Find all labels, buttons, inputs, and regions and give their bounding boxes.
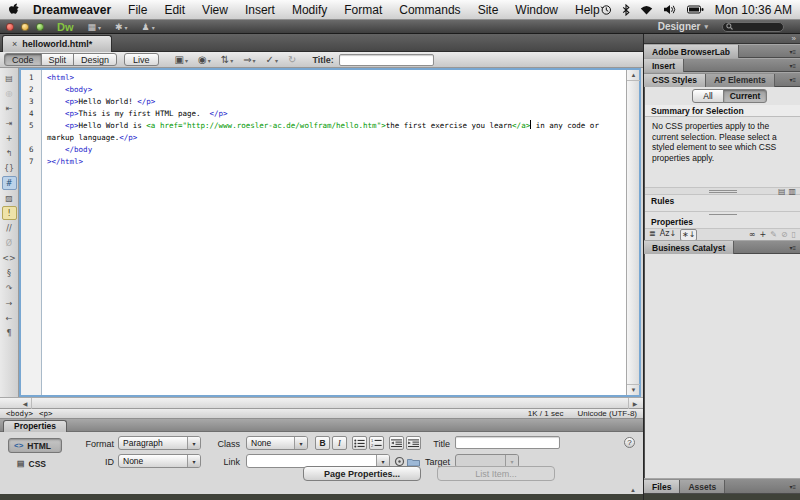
time-machine-icon[interactable] [600,4,612,16]
extensions-gear-icon[interactable]: ✱ [115,22,128,32]
disable-property-icon[interactable]: ⊘ [781,230,788,240]
scroll-left-arrow[interactable]: ◀ [19,398,32,409]
panel-menu-icon[interactable]: ▾≡ [789,48,796,55]
code-view-button[interactable]: Code [4,53,42,66]
tab-css-styles[interactable]: CSS Styles [644,74,706,87]
select-parent-tag-icon[interactable]: ↰ [2,146,17,160]
live-view-button[interactable]: Live [124,53,159,66]
tag-selector[interactable]: <p> [39,409,53,418]
blockquote-outdent-button[interactable] [389,436,404,450]
rules-section-divider[interactable]: ▤▥ [645,187,800,195]
show-set-properties-icon[interactable]: ∗↓ [680,229,697,241]
tab-close-icon[interactable]: × [12,39,17,49]
attach-style-sheet-icon[interactable]: ∞ [749,230,756,240]
document-title-input[interactable] [339,54,434,66]
line-numbers-icon[interactable]: # [2,176,17,190]
code-text[interactable]: <p>Hello World! </p> [42,96,626,108]
battery-icon[interactable] [687,5,704,14]
wifi-icon[interactable] [640,5,653,15]
check-browser-compatibility-icon[interactable]: ⇅ [221,54,233,65]
panel-menu-icon[interactable]: ▾≡ [789,244,796,251]
business-catalyst-panel-header[interactable]: Business Catalyst ▾≡ [644,240,800,254]
menu-file[interactable]: File [128,3,147,17]
window-close-button[interactable] [6,23,14,31]
document-tab[interactable]: × helloworld.html* [2,35,112,52]
drag-handle[interactable] [709,190,737,193]
class-dropdown-arrow[interactable] [294,437,307,449]
properties-panel-tab[interactable]: Properties [3,420,67,432]
scroll-right-arrow[interactable]: ▶ [628,398,641,409]
apply-comment-icon[interactable]: // [2,221,17,235]
page-properties-button[interactable]: Page Properties... [303,466,421,481]
new-css-rule-icon[interactable]: + [759,230,766,240]
menu-edit[interactable]: Edit [164,3,185,17]
menu-window[interactable]: Window [515,3,558,17]
validate-markup-icon[interactable]: ✓ [266,54,278,65]
class-select[interactable]: None [246,436,308,450]
code-editor[interactable]: 1<html>2 <body>3 <p>Hello World! </p>4 <… [19,68,641,397]
workspace-switcher[interactable]: Designer [658,21,708,32]
syntax-error-alerts-icon[interactable]: ! [2,206,17,220]
html-mode-button[interactable]: <> HTML [8,438,62,453]
move-css-icon[interactable]: ↷ [2,281,17,295]
file-management-icon[interactable]: ▣ [175,54,188,65]
highlight-invalid-code-icon[interactable]: ▨ [2,191,17,205]
code-navigator-icon[interactable]: ◎ [2,86,17,100]
scroll-down-arrow[interactable]: ▼ [627,384,640,395]
id-dropdown-arrow[interactable] [187,455,200,467]
menu-insert[interactable]: Insert [245,3,275,17]
format-select[interactable]: Paragraph [118,436,201,450]
css-all-mode-button[interactable]: All [692,89,724,103]
menu-commands[interactable]: Commands [399,3,460,17]
outdent-code-icon[interactable]: ← [2,311,17,325]
split-view-button[interactable]: Split [41,53,75,66]
id-select[interactable]: None [118,454,201,468]
code-lines[interactable]: 1<html>2 <body>3 <p>Hello World! </p>4 <… [21,72,626,168]
volume-icon[interactable] [663,4,677,15]
ordered-list-button[interactable]: 12 [369,436,384,450]
code-text[interactable]: <p>This is my first HTML page. </p> [42,108,626,120]
tab-assets[interactable]: Assets [680,480,725,493]
live-view-options-icon[interactable]: ⇒ [243,54,255,65]
show-list-view-icon[interactable]: Az↓ [660,229,676,241]
menu-help[interactable]: Help [575,3,600,17]
unordered-list-button[interactable] [352,436,367,450]
panel-collapse-icon[interactable]: ▲ [630,487,636,493]
code-text[interactable]: <html> [42,72,626,84]
menu-modify[interactable]: Modify [292,3,327,17]
apple-menu-icon[interactable] [8,3,19,16]
open-documents-icon[interactable]: ▤ [2,71,17,85]
format-dropdown-arrow[interactable] [187,437,200,449]
sites-icon[interactable]: ♟ [142,22,155,32]
preview-in-browser-icon[interactable]: ◉ [198,54,211,65]
window-minimize-button[interactable] [21,23,29,31]
panel-menu-icon[interactable]: ▾≡ [789,76,796,83]
remove-comment-icon[interactable]: Ø [2,236,17,250]
recent-snippets-icon[interactable]: § [2,266,17,280]
edit-rule-icon[interactable]: ✎ [770,230,777,240]
menu-site[interactable]: Site [478,3,499,17]
business-catalyst-tab[interactable]: Business Catalyst [644,241,734,254]
balance-braces-icon[interactable]: {} [2,161,17,175]
horizontal-scrollbar[interactable]: ◀ ▶ [0,397,643,409]
css-mode-button[interactable]: ▤ CSS [12,457,60,470]
design-view-button[interactable]: Design [73,53,117,66]
italic-button[interactable]: I [332,436,347,450]
menu-clock[interactable]: Mon 10:36 AM [715,3,792,17]
indent-code-icon[interactable]: → [2,296,17,310]
menu-dreamweaver[interactable]: Dreamweaver [33,3,111,17]
expand-all-icon[interactable]: + [2,131,17,145]
tab-ap-elements[interactable]: AP Elements [706,74,775,87]
panel-menu-icon[interactable]: ▾≡ [789,62,796,69]
layout-switcher-icon[interactable]: ▦ [88,22,102,32]
wrap-tag-icon[interactable]: <> [2,251,17,265]
collapse-full-tag-icon[interactable]: ⇤ [2,101,17,115]
tab-files[interactable]: Files [644,480,680,493]
collapse-to-icons-icon[interactable]: » [792,35,796,43]
menu-format[interactable]: Format [344,3,382,17]
vertical-scrollbar[interactable]: ▲ ▼ [626,70,639,395]
bold-button[interactable]: B [315,436,330,450]
insert-tab[interactable]: Insert [644,59,684,72]
window-zoom-button[interactable] [36,23,44,31]
insert-panel-header[interactable]: Insert ▾≡ [644,58,800,72]
